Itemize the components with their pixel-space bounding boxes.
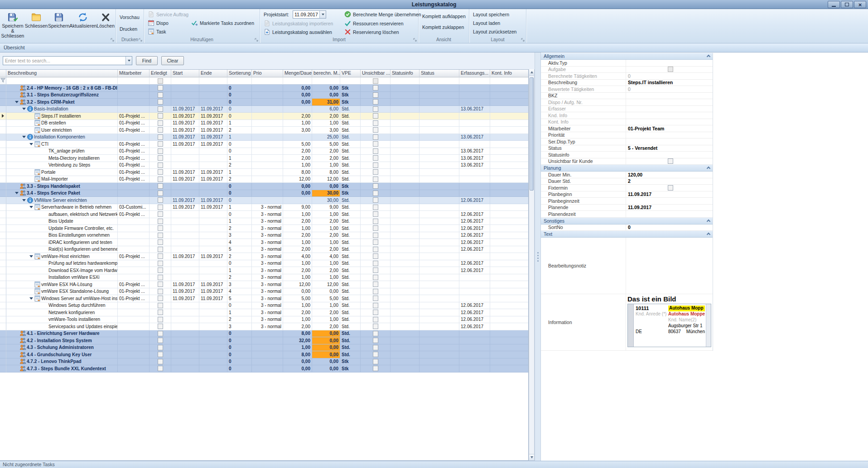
column-header-sortierung[interactable]: Sortierung (227, 70, 252, 77)
erledigt-checkbox[interactable] (158, 211, 163, 217)
schliessen-button[interactable]: Schliessen (25, 10, 48, 36)
erledigt-checkbox[interactable] (158, 155, 163, 161)
filter-cell-kontinfo[interactable] (490, 77, 529, 85)
table-row[interactable]: 4.2 - Installation Steps System032,000,0… (0, 337, 529, 344)
table-row[interactable]: Bios Update13 - normal2,002,00Std.12.06.… (0, 218, 529, 225)
unsichtbar-checkbox[interactable] (373, 366, 378, 371)
unsichtbar-checkbox[interactable] (373, 183, 378, 189)
filter-cell-menge[interactable] (283, 77, 312, 85)
aktualisieren-button[interactable]: Aktualisieren (70, 10, 96, 36)
unsichtbar-checkbox[interactable] (373, 205, 378, 210)
table-row[interactable]: vmWare ESX Standalone-Lösung01-Projekt .… (0, 288, 529, 296)
column-header-erfassung[interactable]: Erfassungs... (459, 70, 490, 77)
drucken-button[interactable]: Drucken (120, 24, 137, 33)
column-header-prio[interactable]: Prio (252, 70, 283, 77)
table-row[interactable]: vmWare-Host einrichten01-Projekt ...11.0… (0, 253, 529, 260)
column-header-status[interactable]: Status (420, 70, 459, 77)
expander-icon[interactable] (28, 143, 34, 145)
table-row[interactable]: 4.7.3 - Steps Bundle XXL Kundentext00,00… (0, 365, 529, 372)
property-value-berechnete-tätigkeiten[interactable]: 0 (626, 73, 713, 79)
unsichtbar-checkbox[interactable] (373, 359, 378, 364)
filter-cell-status[interactable] (420, 77, 459, 85)
expander-icon[interactable] (21, 136, 27, 138)
minimize-button[interactable] (828, 1, 840, 8)
erledigt-checkbox[interactable] (158, 233, 163, 238)
unsichtbar-checkbox[interactable] (373, 317, 378, 322)
bearbeitungsnotiz-field[interactable] (626, 238, 713, 294)
erledigt-checkbox[interactable] (158, 275, 163, 280)
table-row[interactable]: aufbauen, elektrisch und Netzwerk ...01-… (0, 211, 529, 218)
leistungskatalog-importieren-button[interactable]: Leistungskatalog importieren (264, 19, 333, 28)
unsichtbar-checkbox[interactable] (373, 261, 378, 266)
table-row[interactable]: 3.3 - Steps Handelspaket00,000,00Stk (0, 183, 529, 190)
table-row[interactable]: Download ESX-Image vom Hardwar...13 - no… (0, 267, 529, 274)
property-value-beschreibung[interactable]: Steps.IT installieren (626, 80, 713, 86)
column-header-kontinfo[interactable]: Kont. Info (490, 70, 529, 77)
property-value-aufgabe[interactable] (626, 67, 713, 73)
table-row[interactable]: CTI01-Projekt ...11.09.201711.09.201705,… (0, 141, 529, 148)
unsichtbar-checkbox[interactable] (373, 225, 378, 231)
property-value-ser-disp-typ[interactable] (626, 138, 713, 145)
unsichtbar-checkbox[interactable] (373, 155, 378, 161)
section-header-allgemein[interactable]: Allgemein (541, 53, 713, 60)
filter-cell-statusinfo[interactable] (391, 77, 420, 85)
expander-icon[interactable] (14, 101, 19, 103)
scroll-up-button[interactable] (529, 69, 534, 76)
property-value-knd-info[interactable] (626, 112, 713, 119)
erledigt-checkbox[interactable] (158, 345, 163, 350)
unsichtbar-checkbox[interactable] (373, 296, 378, 301)
table-row[interactable]: Serverhardware in Betrieb nehmen03-Custo… (0, 204, 529, 211)
expander-icon[interactable] (28, 206, 34, 208)
filter-cell-start[interactable] (171, 77, 199, 85)
erledigt-checkbox[interactable] (158, 141, 163, 147)
property-value-planende[interactable]: 11.09.2017 (626, 205, 713, 211)
unsichtbar-checkbox[interactable] (373, 127, 378, 133)
column-header-beschreibung[interactable]: Beschreibung (6, 70, 118, 77)
unsichtbar-checkbox[interactable] (373, 219, 378, 224)
reservierung-loeschen-button[interactable]: Reservierung löschen (344, 28, 399, 36)
scroll-down-button[interactable] (529, 454, 534, 460)
erledigt-checkbox[interactable] (158, 267, 163, 273)
table-row[interactable]: iDRAC konfigurieren und testen43 - norma… (0, 239, 529, 246)
erledigt-checkbox[interactable] (158, 282, 163, 287)
table-row[interactable]: Windows Server auf vmWare-Host inst...01… (0, 295, 529, 302)
property-value-priorität[interactable] (626, 132, 713, 138)
erledigt-checkbox[interactable] (158, 85, 163, 91)
property-value-kont-info[interactable] (626, 119, 713, 125)
layout-laden-button[interactable]: Layout laden (473, 19, 500, 27)
table-row[interactable]: 3.2 - Steps CRM-Paket00,0031,00Stk (0, 99, 529, 106)
property-value-planbeginn[interactable]: 11.09.2017 (626, 191, 713, 198)
erledigt-checkbox[interactable] (158, 205, 163, 210)
expander-icon[interactable] (21, 108, 27, 110)
filter-cell-erledigt[interactable] (149, 77, 171, 85)
projektstart-dropdown-icon[interactable] (319, 11, 326, 18)
erledigt-checkbox[interactable] (158, 310, 163, 315)
table-row[interactable]: DB erstellen01-Projekt ...11.09.201711.0… (0, 120, 529, 127)
unsichtbar-checkbox[interactable] (373, 141, 378, 147)
expander-icon[interactable] (14, 192, 19, 194)
unsichtbar-checkbox[interactable] (373, 162, 378, 168)
column-header-menge[interactable]: Menge/Dauer (283, 70, 312, 77)
ressourcen-reservieren-button[interactable]: Ressourcen reservieren (344, 19, 403, 28)
property-checkbox[interactable] (668, 158, 673, 164)
berechnete-menge-uebernehmen-button[interactable]: Berechnete Menge übernehmen (344, 10, 421, 19)
vorschau-button[interactable]: Vorschau (120, 13, 140, 21)
table-row[interactable]: Prüfung auf letztes hardwarekomp...03 - … (0, 260, 529, 267)
erledigt-checkbox[interactable] (158, 177, 163, 182)
property-value-planbeginnzeit[interactable] (626, 198, 713, 204)
table-row[interactable]: Steps.IT installieren01-Projekt ...11.09… (0, 113, 529, 120)
column-header-ende[interactable]: Ende (199, 70, 227, 77)
erledigt-checkbox[interactable] (158, 289, 163, 294)
speichern-und-schliessen-button[interactable]: Speichern & Schliessen (1, 10, 24, 36)
table-row[interactable]: vmWare-Tools installieren23 - normal1,00… (0, 316, 529, 324)
table-row[interactable]: Verbindung zu Steps01-Projekt ...21,001,… (0, 162, 529, 169)
property-value-dispo-aufg-nr-[interactable] (626, 99, 713, 105)
table-row[interactable]: 4.3 - Schulung Administratoren01,000,00S… (0, 344, 529, 352)
column-header-berechn[interactable]: berechn. M... (312, 70, 340, 77)
column-header-unsichtbar[interactable]: Unsichtbar ... (361, 70, 391, 77)
clear-button[interactable]: Clear (161, 56, 184, 65)
unsichtbar-checkbox[interactable] (373, 106, 378, 112)
table-row[interactable]: 3.1 - Steps Benutzerzugriffslizenz00,000… (0, 92, 529, 99)
table-row[interactable]: Mail-Importer01-Projekt ...11.09.201711.… (0, 176, 529, 183)
dialog-launcher-icon[interactable] (521, 38, 525, 42)
